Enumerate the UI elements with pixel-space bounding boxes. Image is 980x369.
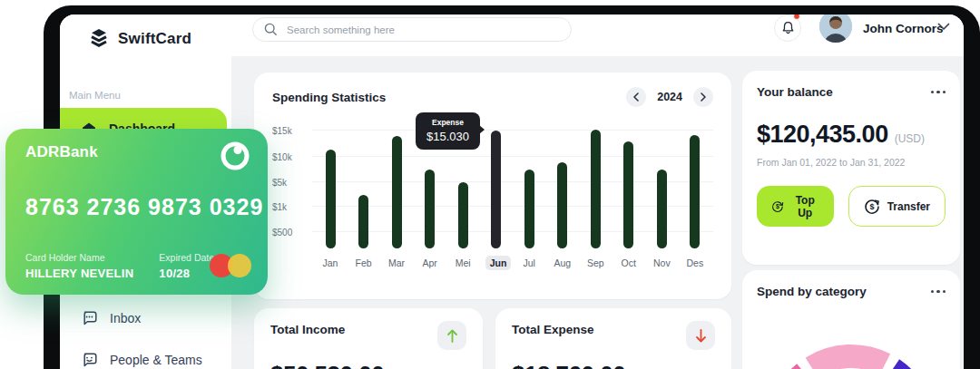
menu-section-label: Main Menu <box>69 90 231 101</box>
bar-chart-plot: $500$1k$5k$10k$15k Expense $15.030 <box>312 123 713 248</box>
income-amount: $50,530.00 (USD) <box>270 361 466 369</box>
month-label-feb: Feb <box>353 257 375 268</box>
svg-text:$: $ <box>869 202 874 211</box>
balance-period: From Jan 01, 2022 to Jan 31, 2022 <box>757 157 946 168</box>
month-label-nov: Nov <box>651 257 672 268</box>
card-expiry-block: Expired Date 10/28 <box>159 252 214 280</box>
month-label-oct: Oct <box>618 257 640 268</box>
chart-title: Spending Statistics <box>272 91 386 104</box>
month-label-mei: Mei <box>452 257 474 268</box>
avatar[interactable] <box>819 15 852 43</box>
spend-category-title: Spend by category <box>757 285 867 298</box>
bar-mar[interactable] <box>392 136 402 248</box>
top-up-label: Top Up <box>791 194 819 219</box>
month-label-mar: Mar <box>386 257 407 268</box>
topbar: John Cornors <box>231 15 964 56</box>
chart-tooltip: Expense $15.030 <box>416 112 480 150</box>
sidebar-item-inbox[interactable]: Inbox <box>60 297 231 339</box>
prev-year-button[interactable] <box>626 87 646 107</box>
card-number: 8763 2736 9873 0329 <box>25 194 248 220</box>
chat-bubble-icon <box>82 311 97 325</box>
notifications-button[interactable] <box>774 15 801 42</box>
search-icon <box>264 23 278 36</box>
y-axis-tick: $15k <box>272 126 292 136</box>
bar-jan[interactable] <box>326 150 336 248</box>
card-holder-name: HILLERY NEVELIN <box>25 267 133 280</box>
month-label-jul: Jul <box>518 257 540 268</box>
bank-logo-icon <box>220 141 250 170</box>
chart-bars <box>312 123 713 248</box>
transfer-label: Transfer <box>887 200 930 213</box>
avatar-photo <box>819 15 852 43</box>
month-label-des: Des <box>684 257 706 268</box>
tooltip-label: Expense <box>426 118 469 127</box>
income-amount-value: $50,530.00 <box>270 361 384 369</box>
transfer-button[interactable]: $ Transfer <box>848 186 946 227</box>
income-title: Total Income <box>270 323 345 336</box>
chevron-left-icon <box>633 92 639 102</box>
bar-aug[interactable] <box>557 162 567 248</box>
chevron-right-icon <box>701 92 706 102</box>
swiftcard-logo-icon <box>89 29 109 48</box>
next-year-button[interactable] <box>693 87 713 107</box>
month-label-apr: Apr <box>419 257 441 268</box>
card-holder-block: Card Holder Name HILLERY NEVELIN <box>25 252 133 280</box>
y-axis-tick: $10k <box>272 152 292 162</box>
people-icon <box>82 353 97 367</box>
main-content: Spending Statistics 2024 <box>231 56 964 369</box>
bell-icon <box>781 21 795 35</box>
month-label-sep: Sep <box>584 257 606 268</box>
top-up-button[interactable]: $ Top Up <box>757 186 834 227</box>
balance-currency: (USD) <box>895 132 925 145</box>
total-expense-card: Total Expense $18,760.00 (USD) <box>495 308 731 369</box>
bar-oct[interactable] <box>623 141 633 248</box>
spending-statistics-card: Spending Statistics 2024 <box>254 73 731 299</box>
chevron-down-icon[interactable] <box>937 23 950 31</box>
balance-amount-value: $120,435.00 <box>757 121 888 148</box>
spend-by-category-card: Spend by category <box>742 270 960 369</box>
y-axis-tick: $5k <box>272 177 287 187</box>
arrow-down-icon <box>695 329 707 343</box>
year-label: 2024 <box>657 91 682 103</box>
card-expiry-label: Expired Date <box>159 252 214 263</box>
expense-amount-value: $18,760.00 <box>512 361 625 369</box>
bar-jul[interactable] <box>524 170 534 248</box>
expense-trend-chip[interactable] <box>686 321 715 350</box>
segment-light-pink[interactable] <box>812 356 886 367</box>
app-logo: SwiftCard <box>60 15 231 48</box>
top-up-icon: $ <box>771 199 784 215</box>
arrow-up-icon <box>446 329 458 343</box>
bar-nov[interactable] <box>657 170 667 248</box>
mastercard-icon <box>210 254 251 278</box>
bar-apr[interactable] <box>425 170 435 248</box>
more-options-icon[interactable] <box>931 286 946 297</box>
bar-jun[interactable] <box>491 131 501 248</box>
transfer-icon: $ <box>864 199 880 215</box>
sidebar-item-label: Inbox <box>110 311 141 325</box>
chart-month-labels: JanFebMarAprMeiJunJulAugSepOctNovDes <box>312 257 713 268</box>
total-income-card: Total Income $50,530.00 (USD) <box>254 308 483 369</box>
bank-name: ADRBank <box>25 143 248 161</box>
expense-title: Total Expense <box>512 323 594 336</box>
user-name: John Cornors <box>863 22 944 35</box>
bar-mei[interactable] <box>458 182 468 248</box>
notification-dot <box>793 15 800 20</box>
search-bar[interactable] <box>252 17 572 42</box>
y-axis-tick: $1k <box>272 202 287 212</box>
y-axis-tick: $500 <box>272 228 292 238</box>
bank-card[interactable]: ADRBank 8763 2736 9873 0329 Card Holder … <box>5 129 268 295</box>
month-label-aug: Aug <box>552 257 573 268</box>
balance-amount: $120,435.00 (USD) <box>757 121 946 149</box>
bar-sep[interactable] <box>591 130 601 248</box>
search-input[interactable] <box>287 24 560 35</box>
svg-text:$: $ <box>776 203 779 210</box>
year-navigator: 2024 <box>626 87 713 107</box>
expense-amount: $18,760.00 (USD) <box>512 361 715 369</box>
bar-des[interactable] <box>690 135 700 248</box>
more-options-icon[interactable] <box>931 87 946 98</box>
income-trend-chip[interactable] <box>437 321 466 350</box>
bar-feb[interactable] <box>358 195 368 248</box>
card-holder-label: Card Holder Name <box>25 252 133 263</box>
sidebar-item-label: People & Teams <box>110 353 202 367</box>
sidebar-item-people-teams[interactable]: People & Teams <box>60 339 231 369</box>
